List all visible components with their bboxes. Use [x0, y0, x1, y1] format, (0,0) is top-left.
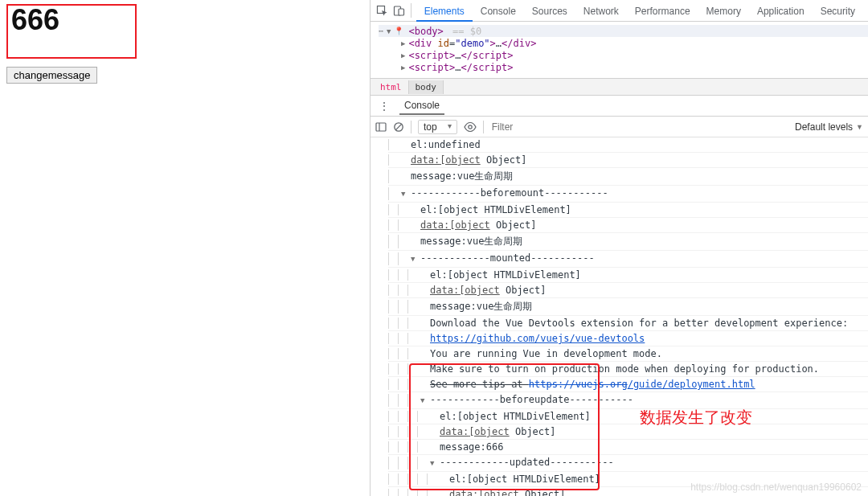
svg-rect-3 — [376, 123, 386, 131]
elements-selected-text: <body> == $0 — [408, 26, 481, 37]
console-message-text: data:[object Object] — [411, 154, 527, 166]
console-message[interactable]: data:[object Object] — [388, 218, 868, 233]
console-message[interactable]: ▼------------mounted----------- — [388, 251, 868, 268]
console-message[interactable]: data:[object Object] — [388, 283, 868, 298]
panel-tab-application[interactable]: Application — [749, 2, 813, 22]
console-message-text: message:vue生命周期 — [411, 170, 513, 183]
elements-line-text: <script>…</script> — [408, 50, 513, 61]
console-message[interactable]: You are running Vue in development mode. — [388, 346, 868, 362]
clear-console-icon[interactable] — [393, 121, 404, 133]
panel-tab-elements[interactable]: Elements — [416, 2, 473, 22]
panel-tab-sources[interactable]: Sources — [524, 2, 575, 22]
drawer-menu-icon[interactable]: ⋮ — [374, 100, 395, 113]
change-message-button[interactable]: changemessage — [6, 67, 97, 84]
output-box: 666 — [6, 4, 137, 59]
console-message-text: You are running Vue in development mode. — [430, 348, 662, 359]
annotation-text: 数据发生了改变 — [640, 407, 752, 428]
expand-arrow-icon — [420, 318, 430, 329]
expand-arrow-icon[interactable]: ▼ — [411, 252, 420, 265]
panel-tabs: ElementsConsoleSourcesNetworkPerformance… — [416, 0, 863, 22]
expand-arrow-icon — [420, 333, 430, 344]
watermark-text: https://blog.csdn.net/wenquan19960602 — [690, 482, 862, 493]
console-message[interactable]: message:vue生命周期 — [388, 233, 868, 251]
separator — [411, 3, 411, 18]
breadcrumb-body[interactable]: body — [409, 80, 444, 94]
elements-line[interactable]: ▶<script>…</script> — [379, 61, 868, 73]
separator — [411, 121, 411, 133]
devtools-topbar: ElementsConsoleSourcesNetworkPerformance… — [371, 0, 868, 22]
console-message[interactable]: el:[object HTMLDivElement] — [388, 268, 868, 283]
console-message[interactable]: message:vue生命周期 — [388, 298, 868, 316]
devtools: ElementsConsoleSourcesNetworkPerformance… — [370, 0, 868, 496]
expand-arrow-icon: ▶ — [401, 51, 405, 59]
expand-arrow-icon: ▶ — [401, 39, 405, 47]
panel-tab-memory[interactable]: Memory — [698, 2, 749, 22]
elements-selected-line[interactable]: ⋯ ▼ 📍 <body> == $0 — [379, 25, 868, 37]
expand-arrow-icon — [411, 235, 420, 248]
page-preview: 666 changemessage — [6, 4, 137, 84]
log-levels-selector[interactable]: Default levels ▼ — [795, 121, 863, 133]
expand-arrow-icon: ▼ — [387, 27, 391, 35]
console-sidebar-toggle-icon[interactable] — [375, 121, 387, 133]
separator — [483, 121, 484, 133]
console-filter-input[interactable] — [490, 121, 611, 133]
console-message-text: message:vue生命周期 — [430, 300, 532, 314]
console-message[interactable]: Download the Vue Devtools extension for … — [388, 316, 868, 331]
output-value: 666 — [11, 3, 59, 36]
console-message-text: data:[object Object] — [430, 285, 547, 296]
device-icon[interactable] — [392, 2, 406, 18]
pin-icon: 📍 — [394, 27, 403, 35]
log-levels-label: Default levels — [795, 121, 853, 133]
expand-arrow-icon — [401, 139, 411, 150]
console-message[interactable]: el:[object HTMLDivElement] — [388, 203, 868, 218]
drawer-tab-console[interactable]: Console — [399, 96, 444, 115]
console-message-text: el:[object HTMLDivElement] — [430, 269, 581, 281]
console-message-text: ------------mounted----------- — [420, 252, 595, 265]
drawer-header: ⋮ Console — [371, 96, 868, 117]
annotation-highlight-box — [409, 363, 600, 490]
elements-line-text: <script>…</script> — [408, 62, 513, 73]
elements-breadcrumb: htmlbody — [371, 78, 868, 96]
context-selector[interactable]: top — [418, 120, 457, 134]
console-message[interactable]: https://github.com/vuejs/vue-devtools — [388, 331, 868, 346]
panel-tab-network[interactable]: Network — [575, 2, 627, 22]
expand-arrow-icon — [411, 204, 420, 215]
console-message[interactable]: el:undefined — [388, 137, 868, 153]
console-message-text: data:[object Object] — [420, 219, 537, 231]
breadcrumb-html[interactable]: html — [374, 80, 409, 94]
expand-arrow-icon — [420, 269, 430, 281]
console-message-text: https://github.com/vuejs/vue-devtools — [430, 333, 645, 344]
expand-arrow-icon: ▶ — [401, 64, 405, 72]
collapse-dots-icon: ⋯ — [379, 27, 383, 35]
elements-line[interactable]: ▶<script>…</script> — [379, 49, 868, 61]
panel-tab-performance[interactable]: Performance — [627, 2, 698, 22]
expand-arrow-icon — [420, 300, 430, 314]
console-message[interactable]: message:vue生命周期 — [388, 168, 868, 186]
svg-rect-2 — [399, 9, 404, 15]
eye-icon[interactable] — [464, 121, 477, 133]
svg-point-7 — [468, 125, 471, 128]
svg-line-6 — [395, 124, 401, 129]
chevron-down-icon: ▼ — [856, 123, 863, 131]
expand-arrow-icon — [401, 154, 411, 166]
console-output[interactable]: el:undefineddata:[object Object]message:… — [371, 137, 868, 496]
console-message-text: ------------beforemount----------- — [411, 187, 608, 200]
expand-arrow-icon — [420, 285, 430, 296]
elements-tree[interactable]: ⋯ ▼ 📍 <body> == $0 ▶<div id="demo">…</di… — [371, 22, 868, 78]
elements-line-text: <div id="demo">…</div> — [408, 38, 536, 49]
expand-arrow-icon — [420, 348, 430, 359]
console-message-text: Download the Vue Devtools extension for … — [430, 318, 848, 329]
console-message[interactable]: ▼------------beforemount----------- — [388, 186, 868, 203]
expand-arrow-icon[interactable]: ▼ — [401, 187, 411, 200]
console-message-text: el:[object HTMLDivElement] — [420, 204, 571, 215]
elements-line[interactable]: ▶<div id="demo">…</div> — [379, 37, 868, 49]
console-message-text: el:undefined — [411, 139, 481, 150]
panel-tab-security[interactable]: Security — [813, 2, 863, 22]
console-message-text: message:vue生命周期 — [420, 235, 522, 248]
console-toolbar: top Default levels ▼ — [371, 117, 868, 137]
panel-tab-console[interactable]: Console — [473, 2, 524, 22]
expand-arrow-icon — [401, 170, 411, 183]
expand-arrow-icon — [411, 219, 420, 231]
inspect-icon[interactable] — [375, 2, 389, 18]
console-message[interactable]: data:[object Object] — [388, 153, 868, 168]
